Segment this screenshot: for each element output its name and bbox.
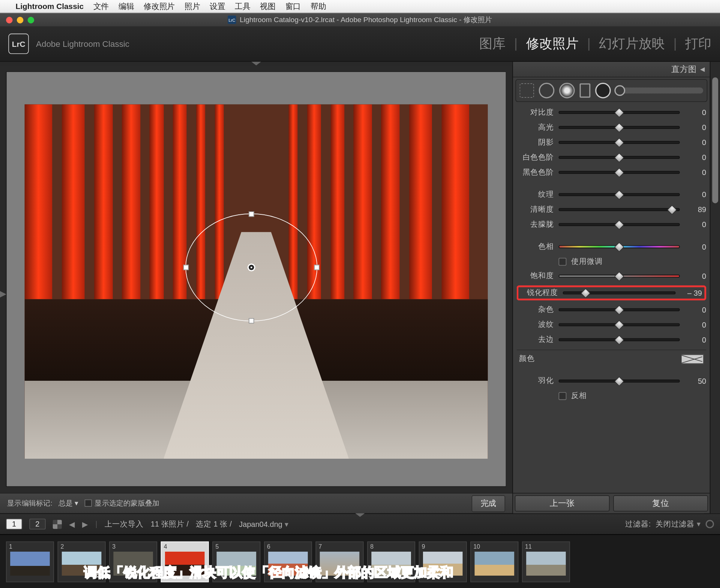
slider-feather[interactable]: 羽化50: [517, 374, 706, 389]
minimize-window-icon[interactable]: [17, 16, 24, 23]
slider-track-noise[interactable]: [559, 308, 680, 311]
mask-handle-s[interactable]: [249, 318, 254, 323]
slider-shadows[interactable]: 阴影0: [517, 135, 706, 150]
spot-removal-tool-icon[interactable]: [539, 83, 555, 99]
slider-track-saturation[interactable]: [559, 275, 680, 278]
slider-sharpness[interactable]: 锐化程度– 39: [517, 286, 706, 301]
slider-texture[interactable]: 纹理0: [517, 187, 706, 202]
menu-photo[interactable]: 照片: [184, 1, 200, 12]
filter-dropdown[interactable]: 关闭过滤器: [656, 519, 701, 529]
slider-knob-highlights[interactable]: [614, 122, 624, 132]
slider-dehaze[interactable]: 去朦胧0: [517, 217, 706, 232]
slider-saturation[interactable]: 饱和度0: [517, 269, 706, 284]
slider-noise[interactable]: 杂色0: [517, 302, 706, 317]
left-panel-expand-icon[interactable]: ▶: [0, 287, 5, 299]
module-slideshow[interactable]: 幻灯片放映: [599, 35, 665, 53]
zoom-window-icon[interactable]: [28, 16, 34, 23]
monitor-1-button[interactable]: 1: [6, 519, 22, 530]
slider-knob-feather[interactable]: [614, 376, 624, 386]
invert-checkbox[interactable]: [559, 392, 567, 400]
menu-edit[interactable]: 编辑: [118, 1, 134, 12]
fine-tune-checkbox[interactable]: [559, 257, 567, 265]
slider-knob-contrast[interactable]: [614, 107, 624, 117]
filmstrip-thumb-5[interactable]: 5: [212, 541, 260, 582]
filter-toggle-icon[interactable]: [706, 520, 714, 528]
done-button[interactable]: 完成: [472, 495, 506, 512]
monitor-2-button[interactable]: 2: [29, 519, 45, 530]
slider-knob-whites[interactable]: [614, 152, 624, 162]
filmstrip[interactable]: 12⇄3456⇄7891011调低「锐化程度」滑块可以使「径向滤镜」外部的区域更…: [0, 534, 720, 588]
filmstrip-thumb-4[interactable]: 4: [161, 541, 209, 582]
scrollbar-thumb[interactable]: [712, 77, 718, 203]
menu-view[interactable]: 视图: [260, 1, 276, 12]
slider-knob-saturation[interactable]: [614, 271, 624, 281]
slider-knob-sharpness[interactable]: [580, 288, 591, 298]
menu-window[interactable]: 窗口: [285, 1, 301, 12]
app-menu[interactable]: Lightroom Classic: [16, 2, 84, 11]
module-library[interactable]: 图库: [479, 35, 506, 53]
module-print[interactable]: 打印: [685, 35, 711, 53]
slider-track-contrast[interactable]: [559, 111, 680, 114]
slider-knob-defringe[interactable]: [614, 335, 624, 345]
filmstrip-thumb-1[interactable]: 1: [6, 541, 54, 582]
slider-track-sharpness[interactable]: [563, 292, 676, 295]
slider-knob-clarity[interactable]: [667, 205, 677, 215]
menu-settings[interactable]: 设置: [210, 1, 225, 12]
breadcrumb-source[interactable]: 上一次导入: [105, 519, 144, 529]
slider-knob-noise[interactable]: [614, 305, 624, 315]
slider-track-shadows[interactable]: [559, 141, 680, 144]
mask-handle-w[interactable]: [183, 265, 189, 270]
filmstrip-thumb-11[interactable]: 11: [522, 541, 570, 582]
slider-knob-dehaze[interactable]: [614, 220, 624, 230]
slider-track-hue[interactable]: [559, 245, 680, 248]
panel-scrollbar[interactable]: [710, 62, 720, 513]
reset-button[interactable]: 复位: [613, 495, 708, 512]
filmstrip-thumb-8[interactable]: 8: [367, 541, 415, 582]
slider-track-blacks[interactable]: [559, 171, 680, 174]
slider-whites[interactable]: 白色色阶0: [517, 150, 706, 165]
slider-moire[interactable]: 波纹0: [517, 317, 706, 332]
slider-track-feather[interactable]: [559, 380, 680, 383]
mask-center-pin[interactable]: [248, 263, 255, 271]
pin-mode-dropdown[interactable]: 总是: [58, 498, 78, 509]
filmstrip-thumb-10[interactable]: 10: [470, 541, 518, 582]
slider-defringe[interactable]: 去边0: [517, 332, 706, 347]
filmstrip-thumb-3[interactable]: 3: [109, 541, 157, 582]
nav-forward-icon[interactable]: ▶: [82, 519, 88, 528]
menu-help[interactable]: 帮助: [310, 1, 326, 12]
slider-track-clarity[interactable]: [559, 208, 680, 211]
overlay-checkbox[interactable]: [84, 500, 92, 507]
slider-track-texture[interactable]: [559, 193, 680, 196]
slider-track-moire[interactable]: [559, 323, 680, 326]
slider-hue[interactable]: 色相0: [517, 239, 706, 254]
radial-filter-tool-icon[interactable]: [595, 83, 611, 99]
slider-knob-texture[interactable]: [614, 190, 624, 200]
graduated-filter-tool-icon[interactable]: [580, 83, 591, 97]
slider-knob-blacks[interactable]: [614, 167, 624, 177]
menu-develop[interactable]: 修改照片: [144, 1, 175, 12]
grid-view-icon[interactable]: [53, 519, 62, 528]
adjustment-brush-tool-icon[interactable]: [616, 88, 704, 94]
panel-collapse-icon[interactable]: ◀: [700, 66, 705, 73]
menu-file[interactable]: 文件: [93, 1, 109, 12]
current-file-dropdown[interactable]: Japan04.dng: [239, 519, 288, 528]
slider-clarity[interactable]: 清晰度89: [517, 202, 706, 217]
crop-tool-icon[interactable]: [520, 83, 534, 97]
slider-knob-hue[interactable]: [614, 242, 624, 252]
top-panel-collapse-icon[interactable]: [0, 62, 512, 66]
image-canvas[interactable]: [6, 71, 506, 487]
module-develop[interactable]: 修改照片: [526, 35, 579, 53]
slider-track-whites[interactable]: [559, 156, 680, 159]
close-window-icon[interactable]: [6, 16, 13, 23]
filmstrip-thumb-7[interactable]: 7: [316, 541, 364, 582]
filmstrip-thumb-6[interactable]: 6⇄: [264, 541, 312, 582]
slider-track-defringe[interactable]: [559, 338, 680, 341]
mask-handle-n[interactable]: [249, 211, 254, 217]
slider-highlights[interactable]: 高光0: [517, 120, 706, 135]
color-swatch[interactable]: [681, 354, 704, 364]
previous-button[interactable]: 上一张: [515, 495, 610, 512]
menu-tools[interactable]: 工具: [235, 1, 250, 12]
radial-filter-overlay[interactable]: [186, 213, 318, 321]
redeye-tool-icon[interactable]: [559, 83, 575, 99]
filmstrip-thumb-9[interactable]: 9: [419, 541, 467, 582]
